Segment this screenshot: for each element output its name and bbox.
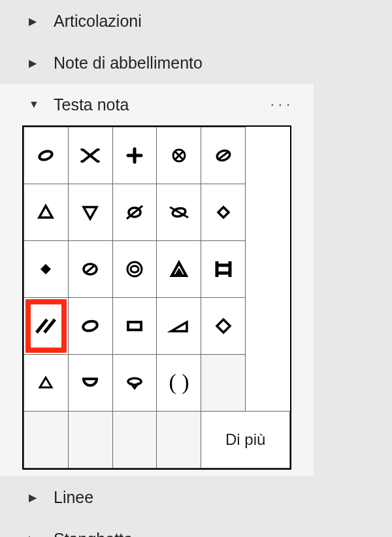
- notehead-double-slash-icon: [24, 313, 68, 339]
- svg-rect-21: [128, 322, 141, 330]
- notehead-slashed-o[interactable]: [112, 184, 157, 241]
- notehead-diamond-small[interactable]: [201, 184, 246, 241]
- more-noteheads-button[interactable]: Di più: [201, 412, 290, 468]
- notehead-triangle-down-icon: [69, 199, 112, 225]
- svg-point-20: [82, 319, 99, 332]
- notehead-whole-circled-icon: [113, 256, 157, 282]
- notehead-triangle-right-icon: [157, 313, 201, 339]
- notehead-half-circled[interactable]: [68, 241, 112, 298]
- more-options-icon[interactable]: ···: [270, 96, 294, 113]
- section-label: Articolazioni: [54, 12, 142, 31]
- notehead-plus-icon: [113, 142, 157, 169]
- notehead-triangle-up[interactable]: [24, 184, 69, 241]
- notehead-parens-icon: ( ): [157, 370, 201, 396]
- notehead-triangle-down[interactable]: [68, 184, 112, 241]
- chevron-down-icon: ▼: [29, 99, 44, 110]
- notehead-triangle-open-icon: [24, 370, 68, 396]
- notehead-half-circled-icon: [69, 256, 112, 282]
- notehead-diamond-black-icon: [24, 256, 68, 282]
- section-label: Testa nota: [54, 95, 129, 114]
- notehead-slashed-o-back-icon: [157, 199, 201, 225]
- chevron-right-icon: ▶: [29, 57, 44, 69]
- notehead-cross[interactable]: [68, 127, 112, 184]
- palette-empty: [24, 412, 69, 468]
- notehead-normal[interactable]: [24, 127, 69, 184]
- section-barlines[interactable]: ▶ Stanghette: [0, 518, 314, 537]
- notehead-rectangle-h-icon: [201, 256, 245, 282]
- svg-point-0: [39, 150, 54, 161]
- notehead-triangle-up-fill[interactable]: [157, 241, 201, 298]
- notehead-oval-icon: [69, 313, 112, 339]
- notehead-rectangle-h[interactable]: [201, 241, 246, 298]
- notehead-diamond-black[interactable]: [24, 241, 69, 298]
- notehead-square[interactable]: [112, 298, 157, 355]
- section-grace-notes[interactable]: ▶ Note di abbellimento: [0, 42, 314, 84]
- chevron-right-icon: ▶: [29, 491, 44, 504]
- notehead-diamond-white[interactable]: [201, 298, 246, 355]
- notehead-circle-slash[interactable]: [201, 127, 246, 184]
- section-noteheads[interactable]: ▼ Testa nota ···: [0, 84, 314, 125]
- palette-empty: [157, 412, 201, 468]
- notehead-double-slash[interactable]: [24, 298, 69, 355]
- section-lines[interactable]: ▶ Linee: [0, 476, 314, 518]
- notehead-triangle-right[interactable]: [157, 298, 201, 355]
- section-label: Stanghette: [54, 530, 133, 538]
- svg-point-14: [127, 262, 142, 276]
- notehead-half-moon-icon: [69, 370, 112, 396]
- notehead-normal-icon: [24, 142, 68, 169]
- chevron-right-icon: ▶: [29, 15, 44, 27]
- notehead-square-icon: [113, 313, 157, 339]
- svg-text:( ): ( ): [169, 370, 189, 395]
- notehead-diamond-small-icon: [201, 199, 245, 225]
- more-label: Di più: [225, 431, 265, 448]
- section-label: Linee: [54, 488, 93, 507]
- notehead-parens[interactable]: ( ): [157, 355, 201, 412]
- notehead-half-moon[interactable]: [68, 355, 112, 412]
- svg-point-15: [131, 266, 139, 272]
- notehead-circle-x[interactable]: [157, 127, 201, 184]
- notehead-triangle-up-icon: [24, 199, 68, 225]
- section-articulations[interactable]: ▶ Articolazioni: [0, 0, 314, 42]
- notehead-cross-icon: [69, 142, 112, 169]
- notehead-oval[interactable]: [68, 298, 112, 355]
- notehead-wedge-icon: [113, 370, 157, 396]
- notehead-circle-slash-icon: [201, 142, 245, 169]
- svg-line-13: [86, 265, 95, 273]
- notehead-whole-circled[interactable]: [112, 241, 157, 298]
- palette-empty: [201, 355, 246, 412]
- palette-empty: [112, 412, 157, 468]
- notehead-diamond-white-icon: [201, 313, 245, 339]
- chevron-right-icon: ▶: [29, 533, 44, 538]
- palette-empty: [68, 412, 112, 468]
- notehead-triangle-open[interactable]: [24, 355, 69, 412]
- notehead-wedge[interactable]: [112, 355, 157, 412]
- notehead-triangle-up-fill-icon: [157, 256, 201, 282]
- notehead-circle-x-icon: [157, 142, 201, 169]
- notehead-slashed-o-back[interactable]: [157, 184, 201, 241]
- notehead-slashed-o-icon: [113, 199, 157, 225]
- noteheads-palette: ( )Di più: [22, 125, 291, 470]
- notehead-plus[interactable]: [112, 127, 157, 184]
- section-label: Note di abbellimento: [54, 54, 203, 73]
